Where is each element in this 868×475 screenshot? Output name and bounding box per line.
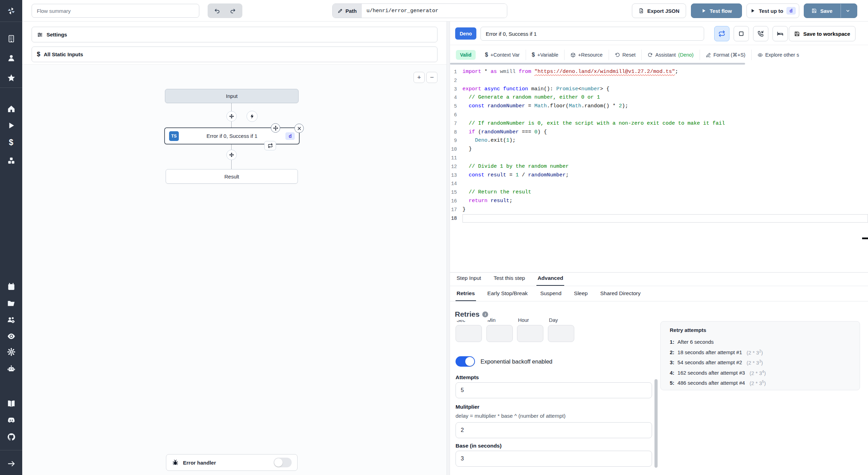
code-line[interactable]: 12 // Divide 1 by the random number (450, 162, 868, 171)
path-input[interactable] (362, 4, 507, 18)
tab-advanced[interactable]: Advanced (536, 275, 564, 286)
insert-step-button[interactable] (226, 111, 237, 122)
code-line[interactable]: 9 Deno.exit(1); (450, 136, 868, 145)
tab-step-input[interactable]: Step Input (456, 275, 482, 286)
add-context-var-button[interactable]: $ +Context Var (479, 50, 526, 60)
step-retries-indicator[interactable] (264, 141, 276, 150)
panel-splitter[interactable] (446, 22, 450, 475)
path-field: Path (332, 3, 507, 18)
save-to-workspace-button[interactable]: Save to workspace (789, 26, 856, 41)
sec-input[interactable] (456, 325, 482, 342)
code-line[interactable]: 4 // Generate a random number, either 0 … (450, 93, 868, 102)
zoom-out-button[interactable]: − (426, 72, 437, 83)
resources-cubes-icon[interactable] (4, 155, 18, 166)
tab-test-this-step[interactable]: Test this step (493, 275, 526, 286)
sleep-button[interactable] (773, 26, 788, 41)
code-line[interactable]: 5 const randomNumber = Math.floor(Math.r… (450, 102, 868, 111)
variables-dollar-icon[interactable]: $ (4, 136, 18, 148)
retries-toggle-button[interactable] (714, 26, 729, 41)
docs-book-icon[interactable] (4, 398, 18, 409)
all-static-inputs-row[interactable]: $ All Static Inputs (32, 47, 437, 62)
settings-gear-icon[interactable] (4, 346, 18, 358)
audit-eye-icon[interactable] (4, 330, 18, 342)
tab-suspend[interactable]: Suspend (539, 290, 562, 301)
reset-button[interactable]: Reset (609, 50, 642, 60)
suspend-button[interactable] (753, 26, 768, 41)
test-up-to-button[interactable]: Test up to d (746, 3, 799, 18)
tab-retries[interactable]: Retries (456, 290, 476, 301)
format-button[interactable]: Format (⌘+S) (700, 50, 751, 60)
error-handler-row[interactable]: Error handler (166, 454, 298, 471)
explore-scripts-button[interactable]: Explore other s (751, 50, 805, 60)
early-stop-button[interactable] (734, 26, 749, 41)
code-line[interactable]: 10 } (450, 145, 868, 154)
code-line[interactable]: 8 if (randomNumber === 0) { (450, 128, 868, 137)
move-step-handle[interactable] (271, 123, 280, 133)
code-line[interactable]: 6 (450, 111, 868, 119)
trigger-bolt-button[interactable] (247, 111, 258, 122)
code-line[interactable]: 18 (450, 214, 868, 223)
code-line[interactable]: 11 (450, 154, 868, 162)
delete-step-button[interactable] (294, 124, 304, 133)
export-json-button[interactable]: Export JSON (632, 3, 686, 18)
code-line[interactable]: 17} (450, 206, 868, 214)
github-icon[interactable] (4, 431, 18, 443)
expand-arrow-right-icon[interactable] (4, 458, 18, 469)
panel-scrollbar[interactable] (654, 379, 658, 468)
groups-users-gear-icon[interactable] (4, 314, 18, 326)
assistant-button[interactable]: Assistant (Deno) (641, 50, 699, 60)
save-dropdown-caret[interactable] (841, 4, 855, 18)
tab-shared-directory[interactable]: Shared Directory (599, 290, 642, 301)
multiplier-input[interactable] (456, 422, 652, 438)
test-flow-button[interactable]: Test flow (691, 3, 742, 18)
flow-summary-input[interactable] (32, 4, 199, 18)
add-resource-button[interactable]: +Resource (564, 50, 609, 60)
sidebar-divider (0, 22, 22, 22)
attempts-input[interactable] (456, 382, 652, 398)
redo-icon[interactable] (227, 5, 239, 17)
schedules-calendar-icon[interactable] (4, 281, 18, 292)
favorites-star-icon[interactable] (4, 72, 18, 84)
user-icon[interactable] (4, 52, 18, 64)
save-label: Save (820, 8, 832, 14)
save-button[interactable]: Save (804, 3, 857, 18)
code-editor[interactable]: 1import * as wmill from "https://deno.la… (450, 65, 868, 294)
day-input[interactable] (548, 325, 574, 342)
code-line[interactable]: 16 return result; (450, 197, 868, 206)
code-line[interactable]: 15 // Return the result (450, 188, 868, 197)
flow-settings-row[interactable]: Settings (32, 27, 437, 42)
code-line[interactable]: 3export async function main(): Promise<n… (450, 85, 868, 94)
move-icon (273, 125, 278, 131)
zoom-in-button[interactable]: + (414, 72, 425, 83)
error-handler-toggle[interactable] (274, 458, 292, 467)
plus-crosshair-icon (229, 152, 234, 158)
exponential-backoff-toggle[interactable] (456, 356, 475, 367)
code-line[interactable]: 7 // If randomNumber is 0, exit the scri… (450, 119, 868, 128)
tab-early-stop[interactable]: Early Stop/Break (486, 290, 529, 301)
undo-icon[interactable] (211, 5, 223, 17)
input-node[interactable]: Input (165, 89, 299, 103)
code-line[interactable]: 2 (450, 76, 868, 85)
home-icon[interactable] (4, 103, 18, 115)
result-node[interactable]: Result (166, 169, 298, 184)
code-line[interactable]: 1import * as wmill from "https://deno.la… (450, 68, 868, 76)
flow-canvas[interactable]: + − Input TS Error if 0, Success if 1 d (22, 64, 446, 475)
discord-icon[interactable] (4, 414, 18, 426)
min-input[interactable] (486, 325, 513, 342)
tab-sleep[interactable]: Sleep (573, 290, 589, 301)
windmill-logo-icon[interactable] (4, 5, 18, 17)
play-icon (701, 8, 707, 14)
code-line[interactable]: 14 (450, 180, 868, 188)
code-line[interactable]: 13 const result = 1 / randomNumber; (450, 171, 868, 180)
runs-play-icon[interactable] (4, 119, 18, 131)
folders-icon[interactable] (4, 297, 18, 309)
workspace-building-icon[interactable] (4, 33, 18, 44)
add-variable-button[interactable]: $ +Variable (526, 50, 565, 60)
step-title-input[interactable] (481, 27, 704, 41)
add-variable-label: +Variable (537, 52, 558, 58)
base-input[interactable] (456, 451, 652, 467)
info-icon[interactable]: i (482, 311, 488, 317)
hour-input[interactable] (517, 325, 543, 342)
workers-robot-icon[interactable] (4, 363, 18, 375)
insert-step-button[interactable] (226, 150, 237, 160)
